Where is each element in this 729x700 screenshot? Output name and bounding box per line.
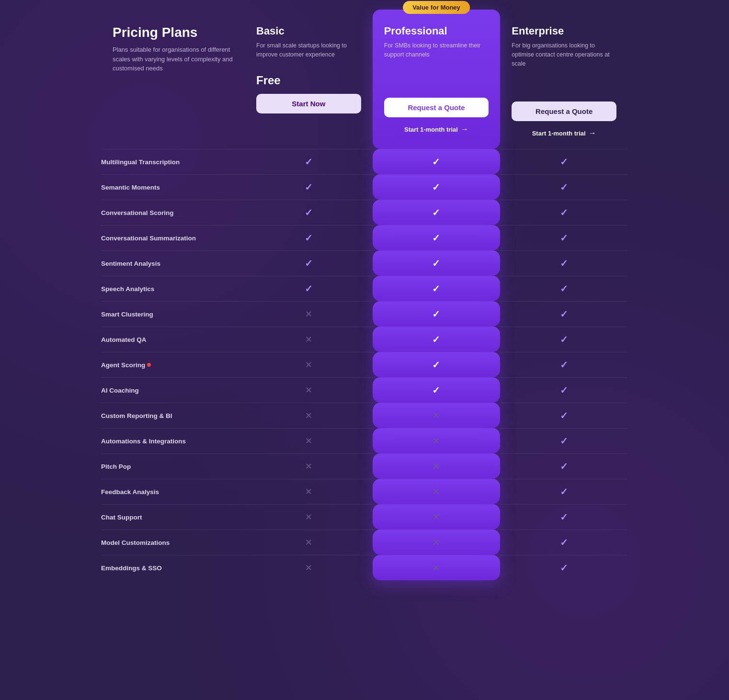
page-title: Pricing Plans: [113, 25, 233, 40]
professional-feature-cell: ✕: [373, 428, 501, 453]
feature-label: Conversational Summarization: [101, 225, 245, 250]
professional-feature-cell: ✕: [373, 555, 501, 580]
check-icon: ✓: [560, 511, 568, 523]
cross-icon: ✕: [433, 436, 440, 446]
enterprise-feature-cell: ✓: [500, 377, 628, 403]
feature-label: Feedback Analysis: [101, 479, 245, 504]
check-icon: ✓: [432, 258, 440, 269]
check-icon: ✓: [432, 181, 440, 193]
basic-feature-cell: ✕: [245, 377, 373, 403]
check-icon: ✓: [432, 308, 440, 320]
check-icon: ✓: [560, 410, 568, 421]
check-icon: ✓: [560, 181, 568, 193]
enterprise-trial-link[interactable]: Start 1-month trial →: [512, 129, 616, 137]
check-icon: ✓: [305, 258, 313, 269]
basic-plan-header: Basic For small scale startups looking t…: [245, 10, 373, 149]
enterprise-feature-cell: ✓: [500, 276, 628, 301]
check-icon: ✓: [305, 156, 313, 168]
basic-plan-desc: For small scale startups looking to impr…: [256, 41, 361, 64]
enterprise-feature-cell: ✓: [500, 149, 628, 174]
cross-icon: ✕: [305, 360, 312, 370]
check-icon: ✓: [305, 181, 313, 193]
feature-label: Multilingual Transcription: [101, 149, 245, 174]
enterprise-feature-cell: ✓: [500, 301, 628, 327]
check-icon: ✓: [560, 156, 568, 168]
basic-feature-cell: ✕: [245, 453, 373, 479]
cross-icon: ✕: [305, 537, 312, 548]
pricing-header-label: Pricing Plans Plans suitable for organis…: [101, 10, 245, 149]
enterprise-feature-cell: ✓: [500, 479, 628, 504]
page-subtitle: Plans suitable for organisations of diff…: [113, 45, 233, 73]
professional-feature-cell: ✓: [373, 200, 501, 225]
value-badge: Value for Money: [403, 1, 470, 14]
feature-label: Pitch Pop: [101, 453, 245, 479]
feature-label: Custom Reporting & BI: [101, 403, 245, 428]
check-icon: ✓: [305, 283, 313, 294]
cross-icon: ✕: [305, 563, 312, 573]
check-icon: ✓: [305, 207, 313, 218]
enterprise-plan-name: Enterprise: [512, 25, 616, 37]
check-icon: ✓: [432, 156, 440, 168]
enterprise-feature-cell: ✓: [500, 225, 628, 250]
check-icon: ✓: [432, 359, 440, 371]
professional-feature-cell: ✕: [373, 530, 501, 555]
check-icon: ✓: [432, 232, 440, 244]
basic-plan-price: Free: [256, 74, 361, 87]
check-icon: ✓: [560, 359, 568, 371]
feature-label: Sentiment Analysis: [101, 250, 245, 276]
cross-icon: ✕: [433, 486, 440, 497]
professional-cta-button[interactable]: Request a Quote: [384, 98, 489, 117]
feature-label: Agent Scoring: [101, 352, 245, 377]
cross-icon: ✕: [305, 486, 312, 497]
check-icon: ✓: [560, 258, 568, 269]
basic-feature-cell: ✕: [245, 352, 373, 377]
professional-plan-header: Professional For SMBs looking to streaml…: [373, 10, 501, 145]
cross-icon: ✕: [305, 461, 312, 472]
enterprise-feature-cell: ✓: [500, 174, 628, 200]
basic-feature-cell: ✓: [245, 250, 373, 276]
professional-feature-cell: ✓: [373, 225, 501, 250]
professional-feature-cell: ✓: [373, 352, 501, 377]
basic-feature-cell: ✓: [245, 276, 373, 301]
cross-icon: ✕: [305, 309, 312, 319]
enterprise-trial-text: Start 1-month trial: [532, 130, 586, 137]
cross-icon: ✕: [305, 334, 312, 345]
enterprise-trial-arrow-icon: →: [589, 129, 596, 137]
basic-feature-cell: ✕: [245, 403, 373, 428]
cross-icon: ✕: [305, 385, 312, 395]
professional-feature-cell: ✕: [373, 453, 501, 479]
cross-icon: ✕: [433, 512, 440, 522]
check-icon: ✓: [305, 232, 313, 244]
professional-feature-cell: ✕: [373, 479, 501, 504]
professional-feature-cell: ✓: [373, 174, 501, 200]
feature-label: AI Coaching: [101, 377, 245, 403]
professional-plan-name: Professional: [384, 25, 489, 37]
feature-label: Model Customizations: [101, 530, 245, 555]
basic-feature-cell: ✕: [245, 479, 373, 504]
professional-plan-column: Value for Money Professional For SMBs lo…: [373, 10, 501, 149]
basic-feature-cell: ✕: [245, 301, 373, 327]
enterprise-cta-button[interactable]: Request a Quote: [512, 102, 616, 121]
basic-feature-cell: ✓: [245, 225, 373, 250]
trial-arrow-icon: →: [461, 125, 468, 134]
enterprise-feature-cell: ✓: [500, 555, 628, 580]
enterprise-feature-cell: ✓: [500, 504, 628, 530]
check-icon: ✓: [560, 461, 568, 472]
feature-label: Automated QA: [101, 327, 245, 352]
professional-feature-cell: ✓: [373, 250, 501, 276]
basic-cta-button[interactable]: Start Now: [256, 94, 361, 113]
check-icon: ✓: [560, 435, 568, 447]
enterprise-feature-cell: ✓: [500, 352, 628, 377]
enterprise-feature-cell: ✓: [500, 327, 628, 352]
feature-label: Speech Analytics: [101, 276, 245, 301]
pricing-page: Pricing Plans Plans suitable for organis…: [101, 10, 628, 580]
professional-plan-desc: For SMBs looking to streamline their sup…: [384, 41, 489, 64]
check-icon: ✓: [560, 232, 568, 244]
professional-trial-link[interactable]: Start 1-month trial →: [384, 125, 489, 134]
feature-label: Automations & Integrations: [101, 428, 245, 453]
enterprise-feature-cell: ✓: [500, 403, 628, 428]
basic-feature-cell: ✕: [245, 504, 373, 530]
cross-icon: ✕: [433, 537, 440, 548]
enterprise-feature-cell: ✓: [500, 250, 628, 276]
professional-feature-cell: ✓: [373, 327, 501, 352]
